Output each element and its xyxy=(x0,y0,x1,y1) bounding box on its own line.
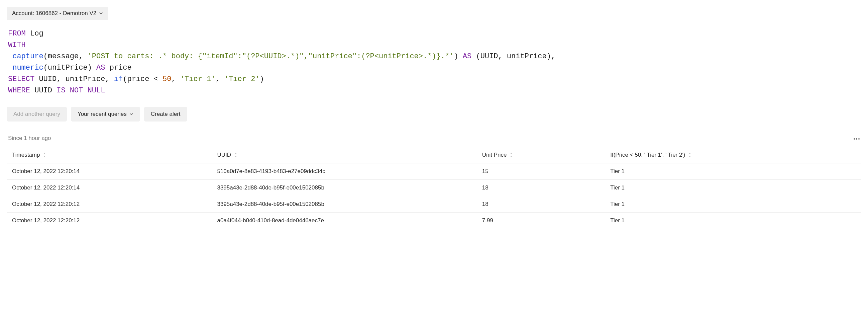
cell-unit_price: 18 xyxy=(477,179,605,196)
cell-unit_price: 7.99 xyxy=(477,212,605,229)
account-selector[interactable]: Account: 1606862 - Demotron V2 xyxy=(7,7,108,20)
sort-icon xyxy=(42,152,46,158)
cell-uuid: 510a0d7e-8e83-4193-b483-e27e09ddc34d xyxy=(212,163,476,179)
button-label: Your recent queries xyxy=(78,111,127,117)
cell-timestamp: October 12, 2022 12:20:12 xyxy=(7,196,212,212)
account-selector-label: Account: 1606862 - Demotron V2 xyxy=(12,10,96,17)
column-header-label: UUID xyxy=(217,152,231,158)
chevron-down-icon xyxy=(129,112,133,116)
recent-queries-button[interactable]: Your recent queries xyxy=(71,107,140,121)
create-alert-button[interactable]: Create alert xyxy=(144,107,187,121)
results-table: Timestamp UUID Unit Price If(Price < 50, xyxy=(7,148,861,229)
table-row[interactable]: October 12, 2022 12:20:12a0a4f044-b040-4… xyxy=(7,212,861,229)
cell-timestamp: October 12, 2022 12:20:14 xyxy=(7,179,212,196)
table-row[interactable]: October 12, 2022 12:20:143395a43e-2d88-4… xyxy=(7,179,861,196)
cell-tier: Tier 1 xyxy=(605,212,861,229)
since-label: Since 1 hour ago xyxy=(8,135,51,142)
sort-icon xyxy=(234,152,238,158)
table-row[interactable]: October 12, 2022 12:20:14510a0d7e-8e83-4… xyxy=(7,163,861,179)
column-header-tier[interactable]: If(Price < 50, ' Tier 1', ' Tier 2') xyxy=(605,148,861,163)
column-header-timestamp[interactable]: Timestamp xyxy=(7,148,212,163)
column-header-unit-price[interactable]: Unit Price xyxy=(477,148,605,163)
column-header-label: If(Price < 50, ' Tier 1', ' Tier 2') xyxy=(610,152,685,158)
svg-point-1 xyxy=(856,138,857,140)
cell-tier: Tier 1 xyxy=(605,179,861,196)
cell-uuid: a0a4f044-b040-410d-8ead-4de0446aec7e xyxy=(212,212,476,229)
more-options-icon[interactable] xyxy=(853,135,860,141)
sort-icon xyxy=(509,152,513,158)
column-header-label: Unit Price xyxy=(482,152,507,158)
cell-unit_price: 15 xyxy=(477,163,605,179)
query-editor[interactable]: FROM Log WITH capture(message, 'POST to … xyxy=(8,28,861,97)
button-label: Add another query xyxy=(13,111,60,117)
sort-icon xyxy=(688,152,692,158)
svg-point-0 xyxy=(854,138,855,140)
cell-uuid: 3395a43e-2d88-40de-b95f-e00e1502085b xyxy=(212,179,476,196)
svg-point-2 xyxy=(858,138,860,140)
cell-unit_price: 18 xyxy=(477,196,605,212)
cell-timestamp: October 12, 2022 12:20:14 xyxy=(7,163,212,179)
cell-tier: Tier 1 xyxy=(605,163,861,179)
table-row[interactable]: October 12, 2022 12:20:123395a43e-2d88-4… xyxy=(7,196,861,212)
add-another-query-button: Add another query xyxy=(7,107,67,121)
button-label: Create alert xyxy=(151,111,181,117)
column-header-uuid[interactable]: UUID xyxy=(212,148,476,163)
chevron-down-icon xyxy=(99,11,103,16)
column-header-label: Timestamp xyxy=(12,152,40,158)
cell-timestamp: October 12, 2022 12:20:12 xyxy=(7,212,212,229)
cell-tier: Tier 1 xyxy=(605,196,861,212)
cell-uuid: 3395a43e-2d88-40de-b95f-e00e1502085b xyxy=(212,196,476,212)
